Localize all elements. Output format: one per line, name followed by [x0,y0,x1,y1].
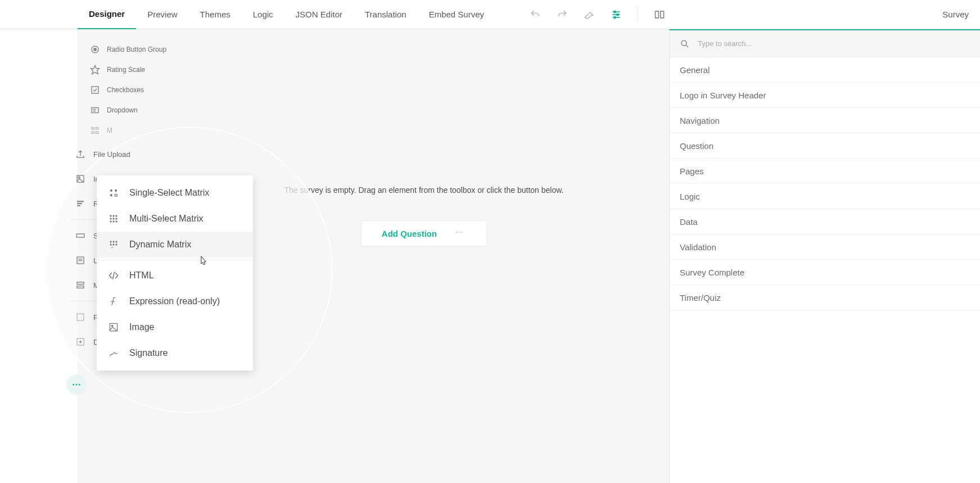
svg-point-55 [115,241,117,242]
svg-point-49 [115,218,117,219]
svg-point-19 [462,232,463,233]
svg-point-20 [681,40,687,46]
svg-point-47 [110,218,111,219]
search-input[interactable] [698,39,970,48]
svg-point-44 [110,215,111,216]
add-question-label: Add Question [382,229,437,238]
section-question[interactable]: Question [670,133,980,159]
svg-point-62 [111,325,113,327]
toolbox-multi-cut[interactable]: M [78,120,179,141]
image-icon [108,322,119,333]
grid-icon [90,125,100,136]
section-validation[interactable]: Validation [670,234,980,260]
search-icon [680,39,690,49]
add-question-button[interactable]: Add Question [361,220,487,246]
tab-themes[interactable]: Themes [189,0,242,29]
topbar-actions [530,7,665,22]
popup-label: Expression (read-only) [129,296,220,306]
more-icon[interactable] [455,228,466,239]
search-bar[interactable] [670,30,980,57]
empty-state-message: The survey is empty. Drag an element fro… [284,186,564,195]
popup-single-select-matrix[interactable]: Single-Select Matrix [97,180,253,206]
svg-point-46 [115,215,117,216]
matrix-dynamic-icon: + [108,239,119,250]
popup-expression[interactable]: Expression (read-only) [97,288,253,314]
image-icon [75,174,85,184]
undo-icon[interactable] [530,9,541,20]
section-navigation[interactable]: Navigation [670,108,980,133]
toolbox-file-upload[interactable]: File Upload [71,142,178,166]
toolbox-radio-group[interactable]: Radio Button Group [78,39,179,60]
tab-translation[interactable]: Translation [354,0,418,29]
popup-image[interactable]: Image [97,314,253,340]
popup-html[interactable]: HTML [97,263,253,288]
svg-rect-16 [96,132,99,133]
svg-point-37 [73,384,74,386]
more-button[interactable] [66,374,87,395]
svg-rect-31 [77,282,84,285]
svg-point-45 [112,215,114,216]
tab-logic[interactable]: Logic [242,0,284,29]
svg-rect-27 [76,234,84,237]
toolbox-label: File Upload [93,150,130,159]
matrix-icon [108,187,119,198]
tab-json-editor[interactable]: JSON Editor [284,0,354,29]
redo-icon[interactable] [557,9,568,20]
section-timer-quiz[interactable]: Timer/Quiz [670,285,980,310]
checkbox-icon [90,85,100,95]
bars-icon [75,198,85,209]
section-data[interactable]: Data [670,209,980,234]
svg-rect-9 [92,87,98,93]
popup-label: Single-Select Matrix [129,188,209,198]
svg-point-52 [115,220,117,222]
rows-icon [75,280,85,290]
popup-signature[interactable]: Signature [97,340,253,366]
section-survey-complete[interactable]: Survey Complete [670,260,980,285]
svg-point-38 [76,384,78,386]
svg-point-23 [78,177,80,178]
svg-point-7 [94,48,97,51]
book-icon[interactable] [654,9,665,20]
svg-point-3 [614,11,616,12]
top-tab-bar: Designer Preview Themes Logic JSON Edito… [0,0,980,29]
toolbox-rating-scale[interactable]: Rating Scale [78,60,179,80]
dropdown-icon [90,105,100,115]
svg-point-48 [112,218,114,219]
svg-point-5 [614,16,616,18]
svg-point-18 [459,232,460,233]
svg-point-53 [110,241,111,242]
toolbox-label: Dropdown [107,106,138,114]
radio-icon [90,44,100,55]
svg-point-58 [115,243,117,245]
upload-icon [75,149,85,159]
tab-embed-survey[interactable]: Embed Survey [418,0,495,29]
svg-line-21 [686,45,688,47]
svg-point-4 [617,13,618,15]
svg-rect-15 [92,132,94,133]
eraser-icon[interactable] [584,9,595,20]
section-pages[interactable]: Pages [670,159,980,184]
signature-icon [108,347,119,359]
popup-dynamic-matrix[interactable]: + Dynamic Matrix [97,232,253,258]
section-logo[interactable]: Logo in Survey Header [670,83,980,108]
tab-preview[interactable]: Preview [136,0,188,29]
svg-point-40 [110,189,112,192]
matrix-multi-icon [108,213,119,224]
toolbox-dropdown[interactable]: Dropdown [78,100,179,120]
tab-designer[interactable]: Designer [78,0,136,29]
toolbox-checkboxes[interactable]: Checkboxes [78,80,179,100]
svg-line-60 [112,272,114,279]
popup-label: Image [129,322,154,332]
survey-label[interactable]: Survey [942,0,969,29]
popup-label: Multi-Select Matrix [129,214,204,224]
section-logic[interactable]: Logic [670,184,980,209]
separator [638,7,638,22]
svg-text:+: + [111,245,114,250]
section-general[interactable]: General [670,57,980,83]
svg-point-42 [110,194,112,196]
settings-toggle-icon[interactable] [611,9,622,20]
toolbox-label: Checkboxes [107,86,144,94]
popup-multi-select-matrix[interactable]: Multi-Select Matrix [97,206,253,232]
svg-rect-33 [77,314,84,321]
svg-rect-10 [92,108,98,113]
